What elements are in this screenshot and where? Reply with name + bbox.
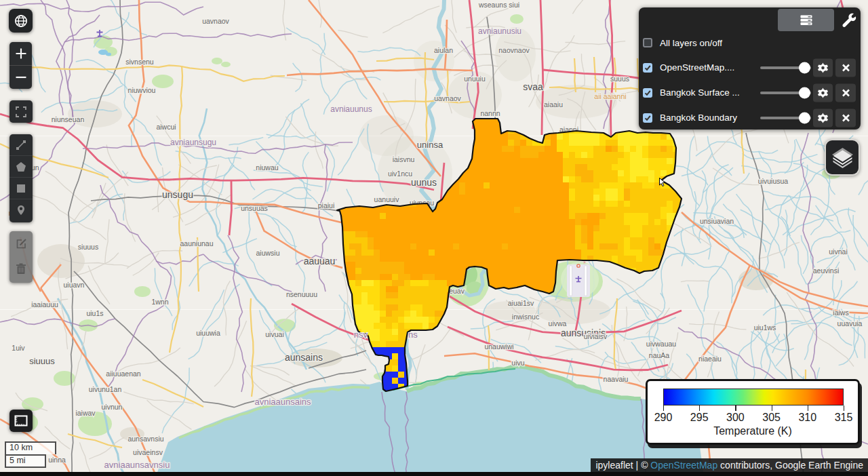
svg-text:uninsa: uninsa xyxy=(417,140,443,150)
svg-text:aiwcui: aiwcui xyxy=(156,123,176,131)
svg-text:iaaiauuu: iaaiauuu xyxy=(31,300,58,309)
svg-text:uiuavn: uiuavn xyxy=(64,281,85,289)
svg-text:sivnsenu: sivnsenu xyxy=(125,58,154,66)
svg-text:unsugu: unsugu xyxy=(162,189,193,200)
svg-text:uavnaov: uavnaov xyxy=(202,17,229,25)
svg-text:uiviaisv: uiviaisv xyxy=(584,332,608,340)
svg-text:aiiuuaenan: aiiuuaenan xyxy=(106,370,141,378)
svg-text:uivwa: uivwa xyxy=(549,319,567,328)
svg-text:niaeaiu: niaeaiu xyxy=(698,355,722,363)
svg-text:uuavuia: uuavuia xyxy=(837,319,863,328)
svg-text:svaa: svaa xyxy=(523,81,543,92)
svg-text:ns: ns xyxy=(408,330,418,340)
svg-text:avniaunsugu: avniaunsugu xyxy=(170,138,216,147)
svg-text:unauwiwi: unauwiwi xyxy=(484,342,513,351)
svg-text:uiu1ws: uiu1ws xyxy=(754,323,776,332)
svg-text:niuwviou: niuwviou xyxy=(128,86,156,94)
svg-text:uiv1ncu: uiv1ncu xyxy=(388,170,412,178)
svg-text:iaiwav: iaiwav xyxy=(75,409,96,417)
svg-text:nsenuuuu: nsenuuuu xyxy=(286,290,317,298)
svg-text:naovnaov: naovnaov xyxy=(498,46,530,54)
svg-text:avniauunus: avniauunus xyxy=(330,104,372,114)
svg-text:siuuus: siuuus xyxy=(29,356,55,366)
svg-text:uivu: uivu xyxy=(511,359,524,367)
svg-text:inwisnuc: inwisnuc xyxy=(512,313,539,321)
svg-text:wseauns siui: wseauns siui xyxy=(478,1,519,9)
svg-text:iaisvnu: iaisvnu xyxy=(393,155,415,163)
svg-text:aunsains: aunsains xyxy=(285,352,323,363)
svg-text:uivnai: uivnai xyxy=(829,247,847,256)
svg-text:aii aaianni: aii aaianni xyxy=(594,92,626,100)
svg-text:unsiuavian: unsiuavian xyxy=(700,217,734,225)
svg-text:siuuus: siuuus xyxy=(78,243,98,251)
svg-text:1uiv: 1uiv xyxy=(12,344,25,352)
svg-text:niunseuan: niunseuan xyxy=(52,115,85,123)
svg-text:piaiui: piaiui xyxy=(318,201,335,210)
svg-text:aiuai1sv: aiuai1sv xyxy=(508,299,534,307)
svg-text:avniaaunsavnsiu: avniaaunsavnsiu xyxy=(104,460,170,470)
svg-text:uivnun: uivnun xyxy=(102,403,123,411)
svg-text:uunus: uunus xyxy=(411,177,437,188)
svg-text:uivunu1an: uivunu1an xyxy=(89,385,122,393)
svg-text:uanuuiv: uanuuiv xyxy=(374,195,400,203)
svg-text:nannn: nannn xyxy=(480,109,500,117)
svg-text:1wnn: 1wnn xyxy=(151,298,168,306)
svg-text:aiuwsiu: aiuwsiu xyxy=(256,249,279,257)
svg-text:iaiws: iaiws xyxy=(833,309,848,317)
svg-text:unuuiu: unuuiu xyxy=(464,75,486,83)
svg-text:aiulan: aiulan xyxy=(434,46,453,54)
svg-text:nsv: nsv xyxy=(354,330,368,340)
svg-text:uivwauau: uivwauau xyxy=(646,340,677,348)
svg-text:uivuiusua: uivuiusua xyxy=(758,177,789,185)
svg-text:avniaunusiu: avniaunusiu xyxy=(478,26,521,36)
svg-text:aauniunau: aauniunau xyxy=(180,239,213,247)
svg-text:uiuuwia: uiuuwia xyxy=(196,329,220,337)
svg-text:aiaaiu: aiaaiu xyxy=(544,100,563,108)
svg-text:uiu1s: uiu1s xyxy=(86,309,103,317)
svg-text:aunsavnsiu: aunsavnsiu xyxy=(127,435,163,443)
svg-text:niuwau: niuwau xyxy=(256,163,278,172)
svg-text:aauuau: aauuau xyxy=(304,256,336,266)
svg-text:aeuvinsi: aeuvinsi xyxy=(813,266,840,275)
svg-text:uavnaov: uavnaov xyxy=(434,94,461,102)
svg-text:naavaiu: naavaiu xyxy=(604,375,629,383)
svg-text:avniaaunsains: avniaaunsains xyxy=(254,397,311,407)
svg-text:suuus: suuus xyxy=(610,75,629,83)
svg-text:uivuai: uivuai xyxy=(265,330,283,338)
svg-text:nauAa: nauAa xyxy=(649,351,670,359)
svg-text:uivaeinsv: uivaeinsv xyxy=(133,448,163,456)
svg-text:unsuuas: unsuuas xyxy=(241,204,268,212)
